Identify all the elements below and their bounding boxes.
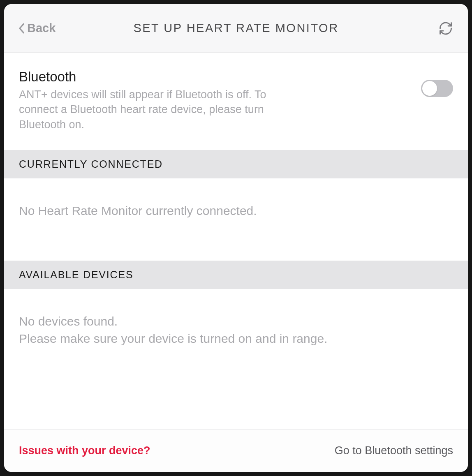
available-empty-line1: No devices found. — [19, 313, 453, 330]
bluetooth-section: Bluetooth ANT+ devices will still appear… — [4, 53, 468, 150]
connected-section-body: No Heart Rate Monitor currently connecte… — [4, 178, 468, 261]
available-section-header: AVAILABLE DEVICES — [4, 261, 468, 289]
modal-footer: Issues with your device? Go to Bluetooth… — [4, 429, 468, 472]
spacer — [4, 383, 468, 429]
issues-link[interactable]: Issues with your device? — [19, 444, 150, 457]
toggle-knob — [422, 81, 437, 96]
refresh-icon — [438, 21, 453, 36]
available-section-body: No devices found. Please make sure your … — [4, 289, 468, 383]
bluetooth-settings-link[interactable]: Go to Bluetooth settings — [335, 444, 453, 457]
modal-header: Back SET UP HEART RATE MONITOR — [4, 4, 468, 53]
chevron-left-icon — [18, 23, 25, 34]
bluetooth-text: Bluetooth ANT+ devices will still appear… — [19, 69, 421, 132]
available-empty-text: No devices found. Please make sure your … — [19, 313, 453, 347]
bluetooth-description: ANT+ devices will still appear if Blueto… — [19, 87, 298, 132]
setup-hrm-modal: Back SET UP HEART RATE MONITOR Bluetooth… — [4, 4, 468, 472]
refresh-button[interactable] — [437, 20, 454, 37]
connected-section-header: CURRENTLY CONNECTED — [4, 150, 468, 178]
connected-empty-text: No Heart Rate Monitor currently connecte… — [19, 202, 453, 220]
back-button[interactable]: Back — [18, 21, 56, 35]
page-title: SET UP HEART RATE MONITOR — [133, 21, 338, 35]
bluetooth-toggle[interactable] — [421, 80, 453, 97]
available-empty-line2: Please make sure your device is turned o… — [19, 330, 453, 347]
bluetooth-title: Bluetooth — [19, 69, 405, 85]
back-label: Back — [27, 21, 56, 35]
